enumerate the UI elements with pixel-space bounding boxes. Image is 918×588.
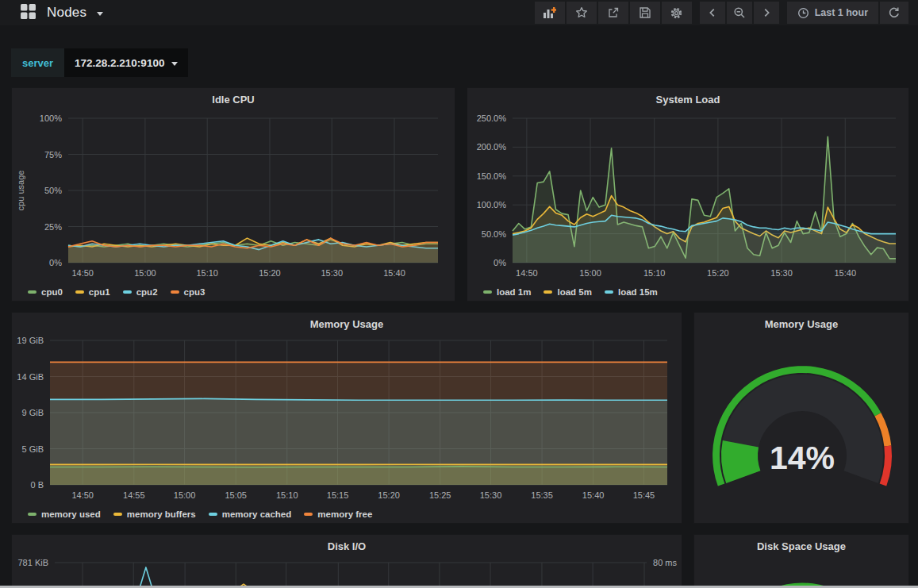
svg-text:19 GiB: 19 GiB xyxy=(17,336,44,345)
svg-text:50%: 50% xyxy=(44,186,62,195)
svg-text:14:50: 14:50 xyxy=(71,490,94,500)
legend-item-load-15m[interactable]: load 15m xyxy=(605,287,658,297)
svg-text:15:20: 15:20 xyxy=(259,268,281,278)
svg-text:14 GiB: 14 GiB xyxy=(17,372,44,382)
svg-text:15:10: 15:10 xyxy=(276,490,298,500)
svg-text:80 ms: 80 ms xyxy=(653,558,677,567)
svg-text:200.0%: 200.0% xyxy=(477,142,507,152)
svg-text:15:15: 15:15 xyxy=(327,490,349,500)
legend-item-load-1m[interactable]: load 1m xyxy=(483,287,531,297)
svg-text:15:00: 15:00 xyxy=(579,268,601,278)
legend-item-load-5m[interactable]: load 5m xyxy=(544,287,591,297)
legend: cpu0cpu1cpu2cpu3 xyxy=(28,287,205,297)
star-button[interactable] xyxy=(567,2,597,24)
svg-text:15:00: 15:00 xyxy=(174,490,196,500)
time-back-button[interactable] xyxy=(700,2,725,24)
svg-text:15:25: 15:25 xyxy=(429,490,451,500)
chevron-down-icon xyxy=(171,62,178,66)
svg-text:15:30: 15:30 xyxy=(480,490,502,500)
idle-cpu-chart[interactable]: 14:5015:0015:1015:2015:3015:40100%75%50%… xyxy=(12,88,456,302)
svg-text:9 GiB: 9 GiB xyxy=(21,408,44,417)
add-panel-button[interactable] xyxy=(535,2,565,24)
svg-text:50.0%: 50.0% xyxy=(482,229,506,239)
svg-text:15:10: 15:10 xyxy=(196,268,218,278)
settings-gear-button[interactable] xyxy=(662,2,692,24)
svg-text:781 KiB: 781 KiB xyxy=(17,558,48,567)
svg-text:15:30: 15:30 xyxy=(770,268,793,278)
svg-text:14%: 14% xyxy=(770,440,835,476)
svg-text:14:50: 14:50 xyxy=(516,268,538,278)
panel-disk-io: Disk I/O 781 KiB80 ms xyxy=(11,534,682,588)
legend-item-memory-used[interactable]: memory used xyxy=(28,509,101,519)
panel-system-load: System Load 14:5015:0015:1015:2015:3015:… xyxy=(467,87,909,302)
svg-text:150.0%: 150.0% xyxy=(477,171,507,181)
time-range-label: Last 1 hour xyxy=(815,7,868,18)
svg-text:15:40: 15:40 xyxy=(582,490,605,500)
system-load-chart[interactable]: 14:5015:0015:1015:2015:3015:40250.0%200.… xyxy=(467,88,910,302)
variable-label: server xyxy=(11,48,64,77)
dashboard-title[interactable]: Nodes xyxy=(47,5,86,21)
refresh-button[interactable] xyxy=(880,2,908,24)
svg-text:25%: 25% xyxy=(44,222,62,232)
panel-title[interactable]: System Load xyxy=(467,88,908,106)
svg-text:15:35: 15:35 xyxy=(531,490,553,500)
panel-title[interactable]: Memory Usage xyxy=(12,313,682,330)
svg-text:15:20: 15:20 xyxy=(707,268,729,278)
panel-idle-cpu: Idle CPU 14:5015:0015:1015:2015:3015:401… xyxy=(11,87,455,302)
svg-text:250.0%: 250.0% xyxy=(477,113,507,123)
clock-icon xyxy=(797,7,809,19)
svg-text:15:40: 15:40 xyxy=(834,268,856,278)
legend-item-memory-free[interactable]: memory free xyxy=(304,509,372,519)
legend-item-cpu1[interactable]: cpu1 xyxy=(75,287,110,297)
legend: memory usedmemory buffersmemory cachedme… xyxy=(28,509,372,519)
legend-item-cpu3[interactable]: cpu3 xyxy=(171,287,205,297)
panel-title[interactable]: Disk Space Usage xyxy=(694,535,908,552)
svg-text:cpu usage: cpu usage xyxy=(16,171,25,211)
template-variables-row: server 172.28.2.210:9100 xyxy=(11,48,188,77)
legend-item-memory-cached[interactable]: memory cached xyxy=(209,509,292,519)
top-navbar: Nodes xyxy=(0,0,918,25)
svg-text:0%: 0% xyxy=(49,258,62,267)
dashboard-picker[interactable]: Nodes xyxy=(0,3,103,23)
svg-text:100.0%: 100.0% xyxy=(477,200,507,209)
legend: load 1mload 5mload 15m xyxy=(483,287,658,297)
time-range-button[interactable]: Last 1 hour xyxy=(787,2,878,24)
svg-text:15:10: 15:10 xyxy=(643,268,666,278)
panel-title[interactable]: Memory Usage xyxy=(694,313,908,330)
toolbar: Last 1 hour xyxy=(533,2,918,24)
svg-text:15:05: 15:05 xyxy=(225,490,247,500)
memory-usage-gauge[interactable]: 14% xyxy=(694,313,910,525)
panel-title[interactable]: Disk I/O xyxy=(12,535,682,552)
zoom-out-button[interactable] xyxy=(727,2,752,24)
legend-item-cpu0[interactable]: cpu0 xyxy=(28,287,63,297)
svg-text:15:30: 15:30 xyxy=(321,268,343,278)
variable-value: 172.28.2.210:9100 xyxy=(75,57,164,69)
legend-item-memory-buffers[interactable]: memory buffers xyxy=(113,509,196,519)
svg-text:5 GiB: 5 GiB xyxy=(21,444,44,454)
memory-usage-chart[interactable]: 14:5014:5515:0015:0515:1015:1515:2015:25… xyxy=(12,313,683,525)
share-button[interactable] xyxy=(598,2,628,24)
panel-disk-space-usage: Disk Space Usage xyxy=(693,534,909,588)
panel-memory-usage-gauge: Memory Usage 14% xyxy=(693,312,909,524)
svg-text:100%: 100% xyxy=(40,113,62,123)
chevron-down-icon[interactable] xyxy=(97,12,103,16)
variable-value-dropdown[interactable]: 172.28.2.210:9100 xyxy=(64,48,188,77)
save-button[interactable] xyxy=(630,2,660,24)
panel-memory-usage-graph: Memory Usage 14:5014:5515:0015:0515:1015… xyxy=(11,312,682,524)
panel-title[interactable]: Idle CPU xyxy=(12,88,455,106)
svg-text:15:20: 15:20 xyxy=(378,490,400,500)
svg-text:15:40: 15:40 xyxy=(383,268,405,278)
svg-text:0 B: 0 B xyxy=(30,480,44,490)
time-forward-button[interactable] xyxy=(754,2,779,24)
legend-item-cpu2[interactable]: cpu2 xyxy=(123,287,158,297)
svg-text:0%: 0% xyxy=(494,258,506,267)
svg-text:14:50: 14:50 xyxy=(71,268,94,278)
svg-text:75%: 75% xyxy=(44,150,62,159)
svg-text:15:00: 15:00 xyxy=(134,268,156,278)
svg-text:15:45: 15:45 xyxy=(633,490,655,500)
dashboards-grid-icon[interactable] xyxy=(20,3,36,23)
svg-text:14:55: 14:55 xyxy=(123,490,145,500)
